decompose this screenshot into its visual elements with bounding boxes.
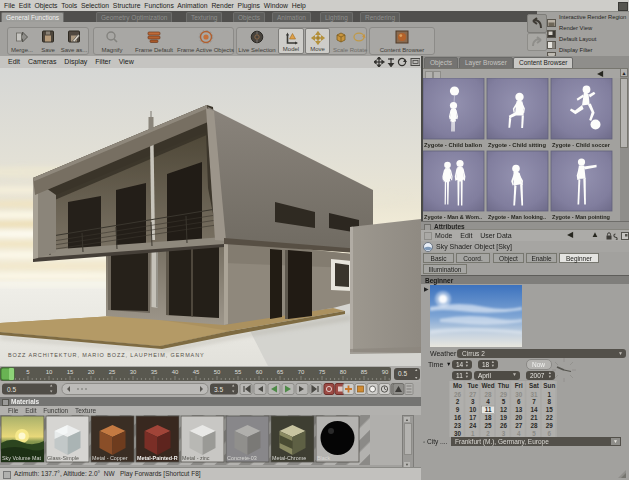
svg-text:22: 22 <box>546 414 554 421</box>
svg-text:17: 17 <box>469 414 477 421</box>
svg-text:4: 4 <box>486 398 490 405</box>
svg-text:25: 25 <box>485 422 493 429</box>
svg-text:20: 20 <box>515 414 523 421</box>
svg-text:Zygote - Man looking..: Zygote - Man looking.. <box>488 213 546 220</box>
svg-text:24: 24 <box>469 422 477 429</box>
svg-text:15: 15 <box>546 406 554 413</box>
svg-text:80: 80 <box>340 369 347 375</box>
svg-text:6: 6 <box>517 398 521 405</box>
svg-text:7: 7 <box>532 398 536 405</box>
svg-text:13: 13 <box>515 406 523 413</box>
svg-text:1: 1 <box>548 391 552 398</box>
svg-text:23: 23 <box>454 422 462 429</box>
svg-text:Glass-Simple: Glass-Simple <box>47 455 79 461</box>
svg-text:Zygote - Man pointing: Zygote - Man pointing <box>552 213 610 220</box>
svg-text:10: 10 <box>46 369 53 375</box>
svg-text:31: 31 <box>530 391 538 398</box>
svg-text:Black: Black <box>317 455 330 461</box>
svg-text:27: 27 <box>515 422 523 429</box>
svg-text:2: 2 <box>456 398 460 405</box>
svg-text:Metal - zinc: Metal - zinc <box>182 455 210 461</box>
svg-text:3: 3 <box>471 398 475 405</box>
svg-text:Wed: Wed <box>482 382 495 389</box>
svg-text:4: 4 <box>517 430 521 437</box>
svg-text:1: 1 <box>471 430 475 437</box>
svg-text:Zygote - Child soccer: Zygote - Child soccer <box>552 141 611 148</box>
svg-text:28: 28 <box>530 422 538 429</box>
svg-text:Mo: Mo <box>453 382 462 389</box>
svg-text:26: 26 <box>454 391 462 398</box>
svg-text:Tue: Tue <box>467 382 478 389</box>
svg-text:26: 26 <box>500 422 508 429</box>
svg-text:75: 75 <box>319 369 326 375</box>
svg-text:10: 10 <box>469 406 477 413</box>
svg-text:Zygote - Man & Wom..: Zygote - Man & Wom.. <box>424 213 482 220</box>
svg-text:Concrete-03: Concrete-03 <box>227 455 257 461</box>
svg-text:6: 6 <box>548 430 552 437</box>
svg-text:29: 29 <box>546 422 554 429</box>
svg-text:3: 3 <box>502 430 506 437</box>
svg-text:90: 90 <box>382 369 389 375</box>
svg-text:Thu: Thu <box>498 382 510 389</box>
svg-text:9: 9 <box>456 406 460 413</box>
svg-text:29: 29 <box>500 391 508 398</box>
svg-text:0.5: 0.5 <box>398 370 407 377</box>
svg-text:20: 20 <box>88 369 95 375</box>
svg-text:14: 14 <box>530 406 538 413</box>
svg-text:45: 45 <box>193 369 200 375</box>
svg-text:28: 28 <box>485 391 493 398</box>
svg-text:5: 5 <box>502 398 506 405</box>
svg-text:Sky Volume Mat: Sky Volume Mat <box>2 455 41 461</box>
svg-text:70: 70 <box>298 369 305 375</box>
svg-text:3.5: 3.5 <box>214 386 223 393</box>
svg-text:25: 25 <box>109 369 116 375</box>
svg-text:Metal-Chrome: Metal-Chrome <box>272 455 306 461</box>
svg-text:60: 60 <box>256 369 263 375</box>
svg-text:5: 5 <box>532 430 536 437</box>
svg-text:11: 11 <box>485 406 492 413</box>
svg-text:27: 27 <box>469 391 477 398</box>
svg-text:2: 2 <box>486 430 490 437</box>
svg-text:18: 18 <box>485 414 493 421</box>
svg-text:40: 40 <box>172 369 179 375</box>
svg-text:Metal - Copper: Metal - Copper <box>92 455 128 461</box>
svg-text:8: 8 <box>548 398 552 405</box>
svg-text:30: 30 <box>130 369 137 375</box>
svg-text:50: 50 <box>214 369 221 375</box>
svg-text:Zygote - Child ballon: Zygote - Child ballon <box>424 141 482 148</box>
svg-text:21: 21 <box>530 414 538 421</box>
svg-text:12: 12 <box>500 406 508 413</box>
svg-text:Sun: Sun <box>543 382 555 389</box>
svg-text:Sat: Sat <box>529 382 540 389</box>
svg-text:35: 35 <box>151 369 158 375</box>
svg-text:15: 15 <box>67 369 74 375</box>
svg-text:Zygote - Child sitting: Zygote - Child sitting <box>488 141 546 148</box>
svg-text:30: 30 <box>454 430 462 437</box>
svg-text:Metal-Painted-R: Metal-Painted-R <box>137 455 178 461</box>
svg-text:55: 55 <box>235 369 242 375</box>
svg-text:65: 65 <box>277 369 284 375</box>
svg-text:0.5: 0.5 <box>7 386 16 393</box>
svg-text:30: 30 <box>515 391 523 398</box>
svg-text:16: 16 <box>454 414 462 421</box>
svg-text:BOZZ ARCHITEKTUR, MARIO BOZZ,: BOZZ ARCHITEKTUR, MARIO BOZZ, LAUPHEIM, … <box>8 352 205 358</box>
svg-text:19: 19 <box>500 414 508 421</box>
svg-text:85: 85 <box>361 369 368 375</box>
svg-text:Fri: Fri <box>515 382 523 389</box>
